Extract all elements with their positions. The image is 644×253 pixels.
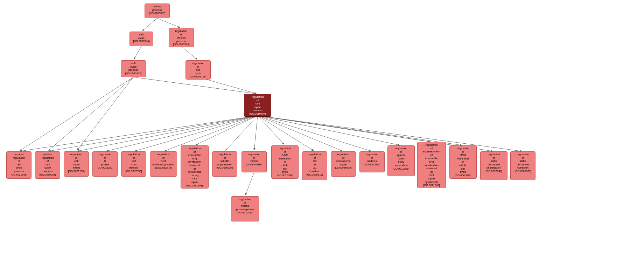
- node-label-n24: regulation of sister chromatid cohesion: [512, 153, 534, 170]
- svg-line-3: [181, 46, 196, 59]
- node-n15[interactable]: regulation of mitosis[GO:0007088]: [241, 151, 267, 172]
- node-goid-n24: [GO:0007063]: [512, 170, 534, 173]
- node-goid-n1: [GO:0009987]: [146, 12, 168, 15]
- node-goid-n13: [GO:0031991]: [182, 184, 207, 187]
- diagram-container: cellular process[GO:0009987]cell cycle[G…: [0, 0, 644, 253]
- node-label-n22: regulation of M/G1 transition of mitotic…: [451, 147, 475, 174]
- node-label-n10: regulation of S phase: [94, 153, 116, 166]
- node-goid-n5: [GO:0051726]: [187, 75, 209, 78]
- svg-line-18: [258, 116, 284, 144]
- node-goid-n22: [GO:0060630]: [451, 174, 475, 177]
- node-label-n6: regulation of cell cycle process: [246, 95, 270, 112]
- node-n21[interactable]: regulation of establishment of contracti…: [417, 142, 446, 188]
- svg-line-22: [258, 116, 399, 145]
- node-n8[interactable]: positive regulation of cell cycle proces…: [35, 151, 60, 179]
- node-n1[interactable]: cellular process[GO:0009987]: [145, 4, 170, 18]
- node-label-n23: regulation of sister chromatid segregati…: [482, 153, 506, 170]
- svg-line-17: [254, 116, 258, 149]
- node-label-n15: regulation of mitosis: [243, 153, 265, 163]
- svg-line-20: [258, 116, 341, 151]
- node-goid-n11: [GO:0007096]: [123, 170, 145, 173]
- node-goid-n19: [GO:0040020]: [361, 163, 383, 166]
- svg-line-10: [50, 116, 258, 151]
- svg-line-19: [258, 116, 313, 150]
- node-goid-n16: [GO:0010389]: [273, 174, 297, 177]
- svg-line-23: [258, 116, 429, 142]
- node-label-n20: regulation of spindle pole body separati…: [389, 147, 413, 167]
- svg-line-16: [226, 116, 258, 150]
- node-n3[interactable]: regulation of cellular process[GO:005079…: [169, 28, 194, 47]
- svg-line-11: [78, 116, 258, 151]
- node-label-n11: regulation of exit from mitosis: [123, 153, 145, 170]
- svg-line-7: [49, 77, 133, 150]
- node-n14[interactable]: regulation of spindle organization[GO:00…: [212, 151, 237, 177]
- node-label-n9: regulation of cell cycle arrest: [65, 153, 87, 170]
- node-label-n8: positive regulation of cell cycle proces…: [37, 153, 58, 173]
- node-goid-n9: [GO:0071156]: [65, 170, 87, 173]
- node-goid-n23: [GO:0033046]: [482, 170, 506, 173]
- node-n23[interactable]: regulation of sister chromatid segregati…: [480, 151, 507, 180]
- node-label-n14: regulation of spindle organization: [214, 153, 236, 166]
- svg-line-15: [196, 116, 258, 144]
- node-label-n2: cell cycle: [131, 33, 152, 40]
- node-goid-n25: [GO:0035415]: [233, 211, 257, 214]
- node-goid-n21: [GO:0071342]: [419, 184, 444, 187]
- node-label-n18: regulation of centrosome cycle: [332, 153, 354, 166]
- node-n13[interactable]: regulation of contractile ring contracti…: [181, 145, 209, 189]
- node-n20[interactable]: regulation of spindle pole body separati…: [387, 145, 415, 176]
- svg-line-1: [157, 18, 179, 27]
- node-n2[interactable]: cell cycle[GO:0007049]: [130, 32, 153, 46]
- node-label-n3: regulation of cellular process: [170, 29, 192, 43]
- node-label-n4: cell cycle process: [122, 62, 144, 72]
- node-label-n13: regulation of contractile ring contracti…: [182, 147, 207, 184]
- node-label-n17: regulation of G0 to G1 transition: [304, 153, 326, 173]
- node-label-n1: cellular process: [146, 5, 168, 12]
- svg-line-0: [143, 18, 157, 30]
- svg-line-8: [78, 77, 133, 150]
- node-n19[interactable]: regulation of meiosis[GO:0040020]: [359, 151, 385, 172]
- node-label-n12: regulation of DNA endoreduplication: [152, 153, 175, 166]
- node-goid-n10: [GO:0033261]: [94, 166, 116, 169]
- node-goid-n8: [GO:0090068]: [37, 173, 58, 176]
- node-n17[interactable]: regulation of G0 to G1 transition[GO:007…: [302, 151, 327, 180]
- node-label-n25: regulation of mitotic prometaphase: [233, 198, 257, 211]
- node-n12[interactable]: regulation of DNA endoreduplication[GO:0…: [150, 151, 177, 177]
- node-goid-n2: [GO:0007049]: [131, 40, 152, 43]
- node-n6[interactable]: regulation of cell cycle process[GO:0010…: [244, 94, 271, 117]
- node-label-n21: regulation of establishment of contracti…: [419, 143, 444, 184]
- svg-line-2: [134, 46, 141, 59]
- node-goid-n14: [GO:0090224]: [214, 166, 236, 169]
- node-n4[interactable]: cell cycle process[GO:0022402]: [121, 60, 146, 77]
- node-goid-n20: [GO:0010695]: [389, 167, 413, 170]
- node-goid-n4: [GO:0022402]: [122, 72, 144, 75]
- node-goid-n3: [GO:0050794]: [170, 43, 192, 46]
- node-n22[interactable]: regulation of M/G1 transition of mitotic…: [449, 145, 477, 179]
- svg-line-6: [21, 77, 133, 150]
- node-goid-n15: [GO:0007088]: [243, 163, 265, 166]
- node-label-n16: regulation of G2/M transition of mitotic…: [273, 147, 297, 174]
- node-n18[interactable]: regulation of centrosome cycle[GO:004660…: [331, 151, 356, 177]
- node-n7[interactable]: negative regulation of cell cycle proces…: [6, 151, 31, 179]
- node-n24[interactable]: regulation of sister chromatid cohesion[…: [510, 151, 536, 180]
- node-n10[interactable]: regulation of S phase[GO:0033261]: [92, 151, 118, 177]
- node-goid-n6: [GO:0010564]: [246, 112, 270, 115]
- node-goid-n7: [GO:0010948]: [8, 173, 30, 176]
- connection-lines: [0, 0, 644, 253]
- node-goid-n17: [GO:0070316]: [304, 173, 326, 176]
- node-label-n5: regulation of cell cycle: [187, 62, 209, 75]
- svg-line-27: [246, 172, 254, 194]
- svg-line-4: [133, 77, 255, 94]
- node-n11[interactable]: regulation of exit from mitosis[GO:00070…: [121, 151, 146, 177]
- svg-line-24: [258, 116, 461, 145]
- node-n25[interactable]: regulation of mitotic prometaphase[GO:00…: [231, 196, 259, 221]
- svg-line-14: [166, 116, 258, 151]
- node-label-n7: negative regulation of cell cycle proces…: [8, 153, 30, 173]
- node-goid-n12: [GO:0032875]: [152, 166, 175, 169]
- svg-line-9: [21, 116, 258, 151]
- node-n5[interactable]: regulation of cell cycle[GO:0051726]: [186, 60, 211, 80]
- node-goid-n18: [GO:0046605]: [332, 166, 354, 169]
- node-n16[interactable]: regulation of G2/M transition of mitotic…: [271, 145, 299, 179]
- node-n9[interactable]: regulation of cell cycle arrest[GO:00711…: [64, 151, 89, 177]
- node-label-n19: regulation of meiosis: [361, 153, 383, 163]
